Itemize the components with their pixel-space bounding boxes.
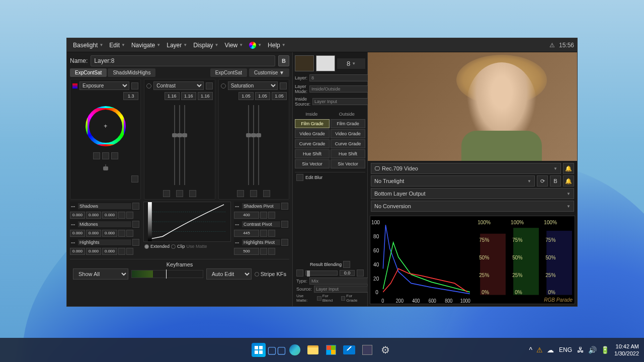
- clip-radio[interactable]: [171, 244, 176, 249]
- highlights-label[interactable]: Highlights: [78, 239, 131, 245]
- saturation-slider-3[interactable]: [258, 105, 259, 185]
- blend-slider[interactable]: [305, 270, 338, 276]
- edit-blur-toggle[interactable]: [296, 174, 303, 181]
- task-view-icon[interactable]: ▢▢: [270, 343, 284, 357]
- wheel-btn-1[interactable]: [93, 152, 100, 159]
- warning-icon[interactable]: ⚠: [549, 42, 555, 49]
- b-toggle-button[interactable]: B: [278, 55, 289, 66]
- tray-onedrive-icon[interactable]: ⚠: [536, 346, 543, 354]
- contrast-foot-3[interactable]: [189, 190, 196, 197]
- outside-six-vector[interactable]: Six Vector: [331, 159, 365, 168]
- menu-layer[interactable]: Layer▼: [164, 40, 190, 51]
- customise-button[interactable]: Customise ▼: [249, 68, 289, 77]
- menu-display[interactable]: Display▼: [190, 40, 221, 51]
- shadows-reset[interactable]: [132, 203, 139, 210]
- inside-video-grade[interactable]: Video Grade: [295, 129, 330, 138]
- blend-source-field[interactable]: [314, 286, 374, 293]
- for-grade-check[interactable]: For Grade: [341, 294, 364, 303]
- contrast-v2[interactable]: [181, 92, 196, 100]
- contrast-v1[interactable]: [165, 92, 180, 100]
- midtones-label[interactable]: Midtones: [78, 221, 131, 227]
- keyframes-show-select[interactable]: Show All: [73, 268, 128, 280]
- contrast-slider-3[interactable]: [184, 105, 185, 185]
- store-icon[interactable]: [324, 343, 338, 357]
- app-icon[interactable]: [360, 343, 374, 357]
- inside-six-vector[interactable]: Six Vector: [295, 159, 330, 168]
- menu-edit[interactable]: Edit▼: [106, 40, 128, 51]
- expcontsat-label[interactable]: ExpContSat: [210, 68, 247, 77]
- edge-icon[interactable]: [288, 343, 302, 357]
- extended-radio[interactable]: [144, 244, 149, 249]
- inside-film-grade[interactable]: Film Grade: [295, 119, 330, 128]
- shadows-label[interactable]: Shadows: [78, 203, 131, 209]
- layer-field[interactable]: [309, 74, 370, 81]
- saturation-select[interactable]: Saturation: [228, 81, 278, 90]
- tray-cloud-icon[interactable]: ☁: [547, 346, 554, 354]
- saturation-slider-2[interactable]: [253, 105, 254, 185]
- start-button[interactable]: [252, 343, 266, 357]
- exposure-foot-btn[interactable]: [131, 175, 138, 183]
- bell-icon[interactable]: 🔔: [563, 163, 574, 174]
- color-wheel[interactable]: +: [86, 106, 126, 146]
- saturation-foot-3[interactable]: [263, 190, 270, 197]
- highlights-pivot-label[interactable]: Highlights Pivot: [242, 239, 280, 245]
- histogram-scope[interactable]: 100 80 60 40 20 0 0 200 400 600 800 1000: [370, 216, 575, 304]
- contrast-pivot-label[interactable]: Contrast Pivot: [242, 221, 280, 227]
- exposure-reset[interactable]: [131, 82, 138, 89]
- exposure-select[interactable]: Exposure: [79, 81, 129, 90]
- language-indicator[interactable]: ENG: [559, 346, 572, 353]
- network-icon[interactable]: 🖧: [577, 346, 584, 354]
- contrast-reset[interactable]: [206, 82, 213, 89]
- saturation-reset[interactable]: [280, 82, 287, 89]
- colorspace-select[interactable]: 🖵Rec.709 Video▼: [371, 163, 561, 174]
- bell-icon-2[interactable]: 🔔: [563, 175, 574, 187]
- contrast-foot-2[interactable]: [176, 190, 183, 197]
- layer-thumbnail-graded[interactable]: [295, 55, 314, 71]
- saturation-foot-2[interactable]: [250, 190, 257, 197]
- stripe-kfs-toggle[interactable]: Stripe KFs: [255, 271, 286, 277]
- inside-source-field[interactable]: [312, 98, 373, 105]
- b-icon-btn[interactable]: B: [550, 175, 561, 187]
- keyframes-timeline[interactable]: [131, 270, 203, 278]
- refresh-icon[interactable]: ⟳: [537, 175, 548, 187]
- dots-icon[interactable]: •••: [71, 204, 77, 209]
- explorer-icon[interactable]: [306, 343, 320, 357]
- blend-type-field[interactable]: [309, 278, 370, 285]
- battery-icon[interactable]: 🔋: [601, 346, 609, 354]
- result-blend-toggle[interactable]: [343, 261, 350, 268]
- contrast-v3[interactable]: [198, 92, 213, 100]
- menu-color-icon[interactable]: ▼: [246, 40, 265, 51]
- for-blend-check[interactable]: For Blend: [317, 294, 339, 303]
- contrast-slider-1[interactable]: [174, 105, 175, 185]
- system-clock[interactable]: 10:42 AM 1/30/2022: [614, 343, 639, 357]
- curve-editor[interactable]: [143, 202, 231, 242]
- contrast-foot-1[interactable]: [163, 190, 170, 197]
- contrast-select[interactable]: Contrast: [153, 81, 203, 90]
- outside-film-grade[interactable]: Film Grade: [331, 119, 365, 128]
- contrast-slider-2[interactable]: [179, 105, 180, 185]
- outside-hue-shift[interactable]: Hue Shift: [331, 149, 365, 158]
- outside-video-grade[interactable]: Video Grade: [331, 129, 365, 138]
- exposure-value[interactable]: [123, 92, 138, 100]
- volume-icon[interactable]: 🔊: [588, 346, 597, 354]
- saturation-v1[interactable]: [238, 92, 254, 100]
- menu-help[interactable]: Help▼: [265, 40, 289, 51]
- layer-mode-field[interactable]: [309, 85, 370, 93]
- shadows-pivot-label[interactable]: Shadows Pivot: [242, 203, 280, 209]
- layer-name-input[interactable]: [91, 55, 275, 66]
- menu-baselight[interactable]: Baselight▼: [70, 40, 106, 51]
- conversion-select[interactable]: No Conversion▼: [371, 201, 574, 212]
- exposure-slider[interactable]: [105, 164, 106, 170]
- truelight-select[interactable]: No Truelight▼: [371, 175, 535, 187]
- saturation-v3[interactable]: [272, 92, 287, 100]
- output-select[interactable]: Bottom Layer Output▼: [371, 188, 574, 199]
- tab-shadsmidshighs[interactable]: ShadsMidsHighs: [108, 68, 155, 77]
- video-preview[interactable]: [368, 52, 577, 161]
- settings-icon[interactable]: ⚙: [378, 343, 392, 357]
- menu-view[interactable]: View▼: [221, 40, 246, 51]
- saturation-foot-1[interactable]: [237, 190, 244, 197]
- layer-thumbnail-matte[interactable]: [316, 55, 335, 71]
- tab-expcontsat[interactable]: ExpContSat: [70, 68, 107, 77]
- saturation-v2[interactable]: [255, 92, 270, 100]
- inside-hue-shift[interactable]: Hue Shift: [295, 149, 330, 158]
